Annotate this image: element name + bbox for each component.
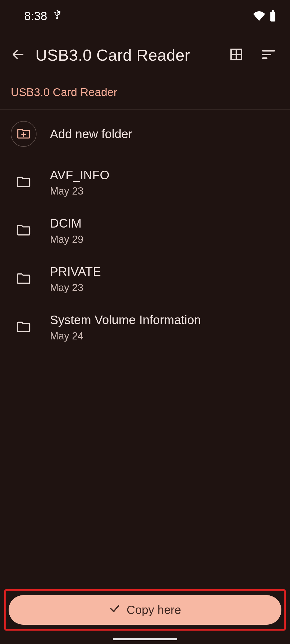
grid-icon xyxy=(229,47,243,63)
folder-icon xyxy=(16,175,31,189)
battery-icon xyxy=(269,10,277,22)
folder-date: May 23 xyxy=(50,282,101,294)
folder-icon xyxy=(16,320,31,334)
folder-row[interactable]: DCIM May 29 xyxy=(0,206,290,255)
folder-row[interactable]: PRIVATE May 23 xyxy=(0,255,290,303)
folder-row[interactable]: AVF_INFO May 23 xyxy=(0,158,290,206)
folder-date: May 29 xyxy=(50,234,84,245)
status-time: 8:38 xyxy=(24,9,47,23)
copy-here-button[interactable]: Copy here xyxy=(9,595,281,625)
folder-date: May 23 xyxy=(50,185,110,197)
folder-icon xyxy=(16,224,31,237)
view-grid-button[interactable] xyxy=(228,47,244,63)
wifi-icon xyxy=(252,11,266,21)
back-button[interactable] xyxy=(8,45,27,65)
nav-handle[interactable] xyxy=(113,638,177,640)
sort-icon xyxy=(261,47,276,63)
folder-name: DCIM xyxy=(50,216,84,230)
breadcrumb[interactable]: USB3.0 Card Reader xyxy=(0,78,290,110)
folder-date: May 24 xyxy=(50,330,201,342)
copy-here-label: Copy here xyxy=(126,603,181,617)
bottom-action-area: Copy here xyxy=(0,589,290,631)
folder-row[interactable]: System Volume Information May 24 xyxy=(0,303,290,351)
add-new-folder-label: Add new folder xyxy=(50,127,132,141)
svg-rect-1 xyxy=(272,10,274,12)
sort-button[interactable] xyxy=(260,47,277,63)
folder-name: AVF_INFO xyxy=(50,168,110,182)
arrow-left-icon xyxy=(10,47,25,63)
status-bar: 8:38 xyxy=(0,0,290,32)
folder-list: Add new folder AVF_INFO May 23 DCIM xyxy=(0,110,290,351)
folder-icon xyxy=(16,272,31,286)
add-new-folder-row[interactable]: Add new folder xyxy=(0,110,290,158)
folder-add-icon xyxy=(17,127,31,140)
check-icon xyxy=(109,603,121,617)
page-title: USB3.0 Card Reader xyxy=(35,46,220,64)
app-bar: USB3.0 Card Reader xyxy=(0,32,290,78)
folder-name: PRIVATE xyxy=(50,264,101,279)
highlight-box: Copy here xyxy=(4,589,286,631)
folder-name: System Volume Information xyxy=(50,313,201,327)
usb-icon xyxy=(53,9,62,23)
svg-rect-0 xyxy=(270,12,275,22)
